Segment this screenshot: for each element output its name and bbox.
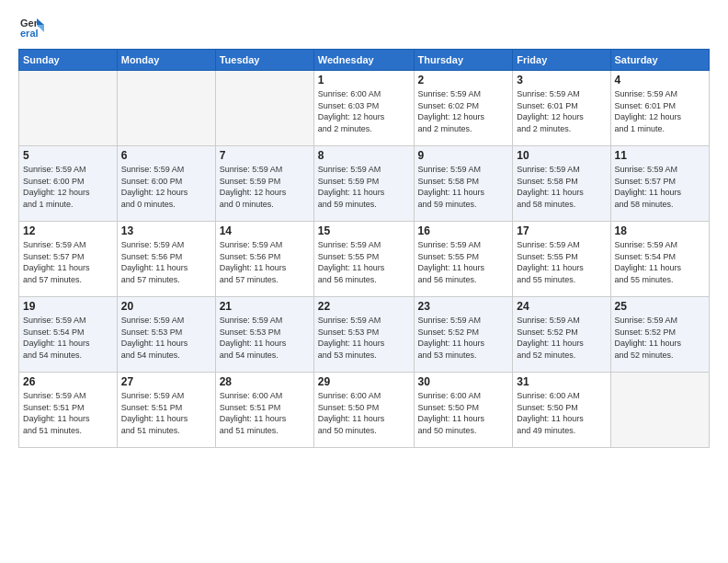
day-info: Sunrise: 6:00 AM Sunset: 6:03 PM Dayligh…	[318, 88, 410, 134]
day-number: 1	[318, 74, 410, 86]
week-row-4: 19Sunrise: 5:59 AM Sunset: 5:54 PM Dayli…	[19, 297, 710, 373]
day-number: 27	[121, 375, 211, 388]
day-info: Sunrise: 5:59 AM Sunset: 5:57 PM Dayligh…	[23, 239, 113, 285]
day-number: 8	[318, 149, 410, 162]
day-number: 6	[121, 149, 211, 162]
page: Gen eral SundayMondayTuesdayWednesdayThu…	[0, 0, 728, 563]
calendar-cell: 18Sunrise: 5:59 AM Sunset: 5:54 PM Dayli…	[610, 222, 709, 297]
calendar-cell: 21Sunrise: 5:59 AM Sunset: 5:53 PM Dayli…	[215, 297, 313, 373]
day-number: 5	[23, 149, 113, 162]
calendar-cell: 30Sunrise: 6:00 AM Sunset: 5:50 PM Dayli…	[414, 373, 513, 448]
calendar-cell: 29Sunrise: 6:00 AM Sunset: 5:50 PM Dayli…	[313, 373, 414, 448]
day-info: Sunrise: 5:59 AM Sunset: 5:56 PM Dayligh…	[220, 239, 310, 285]
day-number: 11	[615, 149, 705, 162]
day-number: 31	[517, 375, 606, 388]
day-number: 17	[517, 224, 606, 237]
day-number: 7	[220, 149, 310, 162]
weekday-saturday: Saturday	[610, 50, 709, 71]
day-number: 12	[23, 224, 113, 237]
day-info: Sunrise: 5:59 AM Sunset: 5:53 PM Dayligh…	[121, 315, 211, 361]
calendar-cell: 15Sunrise: 5:59 AM Sunset: 5:55 PM Dayli…	[313, 222, 414, 297]
weekday-sunday: Sunday	[19, 50, 118, 71]
week-row-5: 26Sunrise: 5:59 AM Sunset: 5:51 PM Dayli…	[19, 373, 710, 448]
week-row-1: 1Sunrise: 6:00 AM Sunset: 6:03 PM Daylig…	[19, 71, 710, 146]
logo: Gen eral	[18, 14, 48, 40]
day-number: 16	[418, 224, 509, 237]
calendar-cell: 11Sunrise: 5:59 AM Sunset: 5:57 PM Dayli…	[610, 146, 709, 222]
day-info: Sunrise: 5:59 AM Sunset: 5:58 PM Dayligh…	[517, 164, 606, 210]
calendar-cell: 27Sunrise: 5:59 AM Sunset: 5:51 PM Dayli…	[117, 373, 215, 448]
day-number: 25	[615, 300, 705, 313]
day-number: 3	[517, 74, 606, 86]
calendar-cell: 22Sunrise: 5:59 AM Sunset: 5:53 PM Dayli…	[313, 297, 414, 373]
day-info: Sunrise: 5:59 AM Sunset: 5:52 PM Dayligh…	[418, 315, 509, 361]
day-info: Sunrise: 5:59 AM Sunset: 5:53 PM Dayligh…	[220, 315, 310, 361]
day-number: 13	[121, 224, 211, 237]
calendar-cell: 6Sunrise: 5:59 AM Sunset: 6:00 PM Daylig…	[117, 146, 215, 222]
calendar-cell: 25Sunrise: 5:59 AM Sunset: 5:52 PM Dayli…	[610, 297, 709, 373]
weekday-header-row: SundayMondayTuesdayWednesdayThursdayFrid…	[19, 50, 710, 71]
calendar-cell: 9Sunrise: 5:59 AM Sunset: 5:58 PM Daylig…	[414, 146, 513, 222]
calendar-cell: 2Sunrise: 5:59 AM Sunset: 6:02 PM Daylig…	[414, 71, 513, 146]
day-info: Sunrise: 5:59 AM Sunset: 5:56 PM Dayligh…	[121, 239, 211, 285]
day-number: 21	[220, 300, 310, 313]
calendar-cell: 12Sunrise: 5:59 AM Sunset: 5:57 PM Dayli…	[19, 222, 118, 297]
day-info: Sunrise: 5:59 AM Sunset: 5:51 PM Dayligh…	[23, 390, 113, 436]
week-row-3: 12Sunrise: 5:59 AM Sunset: 5:57 PM Dayli…	[19, 222, 710, 297]
day-info: Sunrise: 5:59 AM Sunset: 5:55 PM Dayligh…	[517, 239, 606, 285]
calendar-cell: 10Sunrise: 5:59 AM Sunset: 5:58 PM Dayli…	[513, 146, 610, 222]
day-info: Sunrise: 5:59 AM Sunset: 5:53 PM Dayligh…	[318, 315, 410, 361]
calendar-cell: 28Sunrise: 6:00 AM Sunset: 5:51 PM Dayli…	[215, 373, 313, 448]
calendar-cell: 14Sunrise: 5:59 AM Sunset: 5:56 PM Dayli…	[215, 222, 313, 297]
day-number: 26	[23, 375, 113, 388]
day-number: 23	[418, 300, 509, 313]
calendar-cell: 3Sunrise: 5:59 AM Sunset: 6:01 PM Daylig…	[513, 71, 610, 146]
weekday-friday: Friday	[513, 50, 610, 71]
day-info: Sunrise: 5:59 AM Sunset: 5:58 PM Dayligh…	[418, 164, 509, 210]
day-info: Sunrise: 5:59 AM Sunset: 5:59 PM Dayligh…	[318, 164, 410, 210]
calendar-cell	[215, 71, 313, 146]
calendar-cell: 17Sunrise: 5:59 AM Sunset: 5:55 PM Dayli…	[513, 222, 610, 297]
day-info: Sunrise: 5:59 AM Sunset: 5:57 PM Dayligh…	[615, 164, 705, 210]
day-number: 22	[318, 300, 410, 313]
day-number: 4	[615, 74, 705, 86]
calendar-cell: 19Sunrise: 5:59 AM Sunset: 5:54 PM Dayli…	[19, 297, 118, 373]
calendar-cell	[19, 71, 118, 146]
calendar-cell: 23Sunrise: 5:59 AM Sunset: 5:52 PM Dayli…	[414, 297, 513, 373]
day-number: 24	[517, 300, 606, 313]
day-info: Sunrise: 6:00 AM Sunset: 5:50 PM Dayligh…	[418, 390, 509, 436]
day-info: Sunrise: 5:59 AM Sunset: 6:02 PM Dayligh…	[418, 88, 509, 134]
header: Gen eral	[18, 14, 710, 40]
calendar-cell: 31Sunrise: 6:00 AM Sunset: 5:50 PM Dayli…	[513, 373, 610, 448]
weekday-tuesday: Tuesday	[215, 50, 313, 71]
day-number: 19	[23, 300, 113, 313]
day-number: 15	[318, 224, 410, 237]
day-info: Sunrise: 6:00 AM Sunset: 5:50 PM Dayligh…	[517, 390, 606, 436]
day-number: 30	[418, 375, 509, 388]
calendar-cell: 20Sunrise: 5:59 AM Sunset: 5:53 PM Dayli…	[117, 297, 215, 373]
day-info: Sunrise: 5:59 AM Sunset: 5:54 PM Dayligh…	[23, 315, 113, 361]
day-info: Sunrise: 5:59 AM Sunset: 6:00 PM Dayligh…	[23, 164, 113, 210]
day-number: 29	[318, 375, 410, 388]
day-info: Sunrise: 5:59 AM Sunset: 6:00 PM Dayligh…	[121, 164, 211, 210]
day-number: 14	[220, 224, 310, 237]
day-number: 18	[615, 224, 705, 237]
calendar-cell	[610, 373, 709, 448]
calendar-cell: 24Sunrise: 5:59 AM Sunset: 5:52 PM Dayli…	[513, 297, 610, 373]
day-info: Sunrise: 6:00 AM Sunset: 5:51 PM Dayligh…	[220, 390, 310, 436]
calendar: SundayMondayTuesdayWednesdayThursdayFrid…	[18, 49, 710, 448]
weekday-monday: Monday	[117, 50, 215, 71]
calendar-cell: 5Sunrise: 5:59 AM Sunset: 6:00 PM Daylig…	[19, 146, 118, 222]
day-info: Sunrise: 5:59 AM Sunset: 6:01 PM Dayligh…	[517, 88, 606, 134]
weekday-wednesday: Wednesday	[313, 50, 414, 71]
day-number: 9	[418, 149, 509, 162]
day-info: Sunrise: 5:59 AM Sunset: 5:55 PM Dayligh…	[318, 239, 410, 285]
logo-icon: Gen eral	[18, 14, 44, 40]
svg-text:eral: eral	[20, 28, 39, 39]
day-info: Sunrise: 5:59 AM Sunset: 5:55 PM Dayligh…	[418, 239, 509, 285]
day-info: Sunrise: 5:59 AM Sunset: 5:52 PM Dayligh…	[615, 315, 705, 361]
calendar-cell: 26Sunrise: 5:59 AM Sunset: 5:51 PM Dayli…	[19, 373, 118, 448]
calendar-cell	[117, 71, 215, 146]
calendar-cell: 7Sunrise: 5:59 AM Sunset: 5:59 PM Daylig…	[215, 146, 313, 222]
day-info: Sunrise: 5:59 AM Sunset: 5:59 PM Dayligh…	[220, 164, 310, 210]
